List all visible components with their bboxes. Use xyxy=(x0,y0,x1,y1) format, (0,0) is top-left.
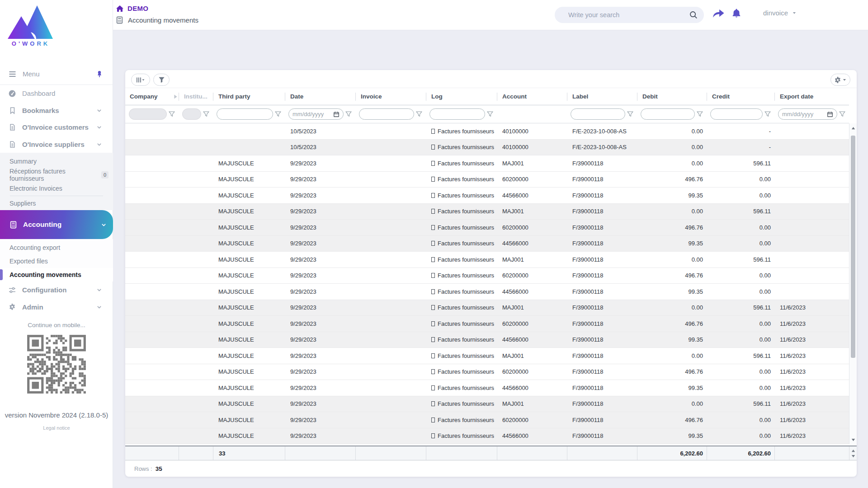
filter-input-date[interactable]: mm/dd/yyyy xyxy=(288,108,344,120)
cell-institution xyxy=(179,428,213,444)
column-header-third_party[interactable]: Third party xyxy=(213,88,285,105)
table-row[interactable]: MAJUSCULE9/29/2023Factures fournisseurs4… xyxy=(125,428,849,445)
table-row[interactable]: MAJUSCULE9/29/2023Factures fournisseurs6… xyxy=(125,220,849,236)
filter-input-debit[interactable] xyxy=(641,108,695,120)
cell-company xyxy=(125,428,179,444)
table-row[interactable]: MAJUSCULE9/29/2023Factures fournisseurs6… xyxy=(125,268,849,284)
table-row[interactable]: 10/5/2023Factures fournisseurs40100000F/… xyxy=(125,140,849,156)
sidebar-item-accounting[interactable]: Accounting xyxy=(0,210,113,239)
filter-input-credit[interactable] xyxy=(710,108,763,120)
cell-export_date: 11/6/2023 xyxy=(774,428,849,444)
cell-third_party: MAJUSCULE xyxy=(213,332,285,348)
sidebar-item-label: Bookmarks xyxy=(22,107,59,114)
log-glyph-icon xyxy=(431,225,435,230)
sidebar-item-bookmarks[interactable]: Bookmarks xyxy=(0,102,113,119)
filter-cell-company xyxy=(125,105,179,123)
cell-value: 60200000 xyxy=(502,368,528,375)
table-row[interactable]: MAJUSCULE9/29/2023Factures fournisseurs6… xyxy=(125,316,849,332)
table-row[interactable]: MAJUSCULE9/29/2023Factures fournisseursM… xyxy=(125,155,849,172)
filter-funnel-icon[interactable] xyxy=(416,111,422,117)
table-row[interactable]: MAJUSCULE9/29/2023Factures fournisseurs4… xyxy=(125,188,849,204)
table-row[interactable]: MAJUSCULE9/29/2023Factures fournisseurs6… xyxy=(125,412,849,428)
grid-settings-button[interactable] xyxy=(830,74,850,86)
calendar-icon[interactable] xyxy=(333,111,340,117)
filter-funnel-icon[interactable] xyxy=(697,111,703,117)
cell-value: 0.00 xyxy=(692,304,703,311)
column-header-label[interactable]: Label xyxy=(567,88,637,105)
table-row[interactable]: MAJUSCULE9/29/2023Factures fournisseursM… xyxy=(125,348,849,364)
scrollbar-thumb[interactable] xyxy=(851,136,855,358)
cell-value: Factures fournisseurs xyxy=(438,208,494,215)
table-row[interactable]: MAJUSCULE9/29/2023Factures fournisseurs4… xyxy=(125,332,849,348)
table-row[interactable]: MAJUSCULE9/29/2023Factures fournisseursM… xyxy=(125,252,849,268)
column-header-invoice[interactable]: Invoice xyxy=(355,88,426,105)
menu-toggle[interactable]: Menu xyxy=(0,63,113,84)
column-header-log[interactable]: Log xyxy=(426,88,497,105)
filter-funnel-icon[interactable] xyxy=(627,111,633,117)
filter-input-export_date[interactable]: mm/dd/yyyy xyxy=(778,108,837,120)
column-chooser-button[interactable] xyxy=(131,74,150,86)
filter-funnel-icon[interactable] xyxy=(169,111,175,117)
table-row[interactable]: MAJUSCULE9/29/2023Factures fournisseurs6… xyxy=(125,172,849,188)
search-input[interactable] xyxy=(568,11,689,19)
workspace-link[interactable]: DEMO xyxy=(116,5,148,12)
filter-funnel-icon[interactable] xyxy=(345,111,352,117)
cell-value: 596.11 xyxy=(753,400,771,407)
share-icon[interactable] xyxy=(712,9,725,19)
sidebar-item-dashboard[interactable]: Dashboard xyxy=(0,85,113,102)
sidebar-item-o-invoice-suppliers[interactable]: O'Invoice suppliers xyxy=(0,136,113,153)
cell-value: MAJUSCULE xyxy=(218,432,254,439)
filter-funnel-icon[interactable] xyxy=(203,111,209,117)
cell-third_party: MAJUSCULE xyxy=(213,396,285,412)
calendar-icon[interactable] xyxy=(827,111,833,117)
sidebar-subitem-summary[interactable]: Summary xyxy=(0,155,113,168)
sidebar-item-configuration[interactable]: Configuration xyxy=(0,282,113,299)
legal-notice-link[interactable]: Legal notice xyxy=(0,425,113,431)
totals-scroll[interactable] xyxy=(849,446,857,460)
table-row[interactable]: MAJUSCULE9/29/2023Factures fournisseursM… xyxy=(125,300,849,316)
column-header-institution[interactable]: Institu... xyxy=(179,88,213,105)
scroll-down-icon[interactable] xyxy=(851,455,855,458)
cell-account: 44566000 xyxy=(497,284,567,300)
column-header-export_date[interactable]: Export date xyxy=(774,88,849,105)
filter-input-third_party[interactable] xyxy=(217,108,273,120)
table-row[interactable]: 10/5/2023Factures fournisseurs40100000F/… xyxy=(125,123,849,140)
notifications-bell-icon[interactable] xyxy=(731,8,741,19)
scroll-up-icon[interactable] xyxy=(849,124,857,131)
filter-funnel-icon[interactable] xyxy=(275,111,281,117)
table-row[interactable]: MAJUSCULE9/29/2023Factures fournisseursM… xyxy=(125,396,849,413)
filter-input-invoice[interactable] xyxy=(359,108,414,120)
sidebar-subitem-accounting-export[interactable]: Accounting export xyxy=(0,241,113,254)
scroll-up-icon[interactable] xyxy=(851,449,855,452)
column-header-date[interactable]: Date xyxy=(285,88,355,105)
filter-button[interactable] xyxy=(153,74,170,86)
sidebar-subitem-suppliers[interactable]: Suppliers xyxy=(0,197,113,210)
sidebar-subitem-electronic-invoices[interactable]: Electronic Invoices xyxy=(0,182,113,195)
column-header-debit[interactable]: Debit xyxy=(637,88,707,105)
pin-icon[interactable] xyxy=(96,70,103,78)
table-row[interactable]: MAJUSCULE9/29/2023Factures fournisseursM… xyxy=(125,204,849,220)
sidebar-subitem-r-ceptions-factures-fournisseurs[interactable]: Réceptions factures fournisseurs0 xyxy=(0,168,113,182)
sidebar-item-admin[interactable]: Admin xyxy=(0,299,113,316)
search-icon[interactable] xyxy=(689,11,698,19)
table-row[interactable]: MAJUSCULE9/29/2023Factures fournisseurs6… xyxy=(125,364,849,380)
column-header-credit[interactable]: Credit xyxy=(707,88,774,105)
sidebar-subitem-accounting-movements[interactable]: Accounting movements xyxy=(0,268,113,282)
cell-value: Factures fournisseurs xyxy=(438,368,494,375)
sidebar-subitem-exported-files[interactable]: Exported files xyxy=(0,254,113,268)
column-header-account[interactable]: Account xyxy=(497,88,567,105)
column-header-company[interactable]: Company xyxy=(125,88,179,105)
table-row[interactable]: MAJUSCULE9/29/2023Factures fournisseurs4… xyxy=(125,380,849,396)
scroll-down-icon[interactable] xyxy=(849,436,857,443)
user-menu[interactable]: dinvoice xyxy=(763,9,797,17)
filter-funnel-icon[interactable] xyxy=(487,111,493,117)
table-row[interactable]: MAJUSCULE9/29/2023Factures fournisseurs4… xyxy=(125,284,849,300)
vertical-scrollbar[interactable] xyxy=(849,123,857,444)
sidebar-item-o-invoice-customers[interactable]: O'Invoice customers xyxy=(0,119,113,136)
play-right-icon[interactable] xyxy=(174,94,178,99)
filter-input-log[interactable] xyxy=(429,108,485,120)
filter-funnel-icon[interactable] xyxy=(764,111,771,117)
table-row[interactable]: MAJUSCULE9/29/2023Factures fournisseurs4… xyxy=(125,236,849,252)
filter-funnel-icon[interactable] xyxy=(839,111,845,117)
filter-input-label[interactable] xyxy=(571,108,625,120)
